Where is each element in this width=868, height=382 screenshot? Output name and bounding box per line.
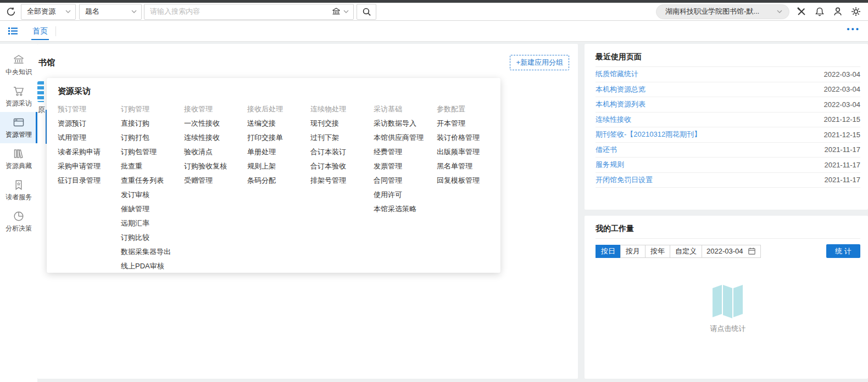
popup-menu-item[interactable]: 发票管理: [374, 159, 437, 173]
popup-menu-item[interactable]: 装订价格管理: [437, 131, 500, 145]
popup-menu-item[interactable]: 打印交接单: [247, 131, 310, 145]
popup-menu-item[interactable]: 直接订购: [121, 116, 184, 131]
resource-scope-select[interactable]: 全部资源: [21, 4, 76, 20]
statistics-button[interactable]: 统 计: [826, 244, 860, 258]
popup-menu-item[interactable]: 采购申请管理: [58, 159, 121, 173]
refresh-icon[interactable]: [4, 5, 18, 18]
popup-menu-item[interactable]: 线上PDA审核: [121, 259, 184, 273]
recent-page-link[interactable]: 本机构资源总览: [596, 85, 824, 94]
search-input[interactable]: 请输入搜索内容: [144, 4, 354, 20]
recent-page-link[interactable]: 开闭馆免罚日设置: [596, 175, 824, 185]
recent-page-link[interactable]: 连续性接收: [596, 115, 824, 125]
popup-menu-item[interactable]: 黑名单管理: [437, 159, 500, 173]
popup-menu-item[interactable]: 数据采集器导出: [121, 245, 184, 259]
recent-page-link[interactable]: 本机构资源列表: [596, 99, 824, 109]
sidebar-item-4[interactable]: 资源典藏: [0, 143, 37, 175]
popup-menu-item[interactable]: 送编交接: [247, 116, 310, 131]
search-button[interactable]: [357, 4, 376, 20]
popup-menu-item[interactable]: 合同管理: [374, 173, 437, 188]
tools-icon[interactable]: [795, 5, 808, 18]
popup-menu-item[interactable]: 征订目录管理: [58, 173, 121, 188]
popup-menu-item[interactable]: 条码分配: [247, 173, 310, 188]
popup-menu-item[interactable]: 资源预订: [58, 116, 121, 131]
recent-page-link[interactable]: 借还书: [596, 145, 824, 155]
popup-menu-item[interactable]: 读者采购申请: [58, 145, 121, 159]
range-tab[interactable]: 按月: [620, 245, 646, 258]
popup-menu-item[interactable]: 合订本装订: [310, 145, 374, 159]
popup-menu-item[interactable]: 排架号管理: [310, 173, 374, 188]
popup-menu-item[interactable]: 催缺管理: [121, 202, 184, 216]
range-tab[interactable]: 按日: [596, 245, 621, 258]
recent-page-date: 2022-03-04: [824, 85, 861, 93]
library-scope-icon[interactable]: [331, 6, 342, 17]
workload-placeholder[interactable]: 请点击统计: [596, 283, 860, 334]
sidebar-item-2[interactable]: 资源采访: [0, 81, 37, 112]
popup-menu-item[interactable]: 远期汇率: [121, 216, 184, 231]
popup-menu-item[interactable]: 订购包管理: [121, 145, 184, 159]
range-tab[interactable]: 按年: [645, 245, 670, 258]
sidebar-item-label: 读者服务: [5, 193, 32, 202]
popup-menu-item[interactable]: 受赠管理: [184, 173, 247, 188]
popup-menu-item[interactable]: 回复模板管理: [437, 173, 500, 188]
popup-menu-item[interactable]: 开本管理: [437, 116, 500, 131]
recent-page-link[interactable]: 服务规则: [596, 160, 824, 170]
popup-column-1: 预订管理资源预订试用管理读者采购申请采购申请管理征订目录管理: [58, 102, 121, 273]
popup-menu-item[interactable]: 试用管理: [58, 131, 121, 145]
popup-menu-item[interactable]: 采访数据导入: [374, 116, 437, 131]
gear-icon[interactable]: [849, 5, 863, 18]
menu-list-icon[interactable]: [8, 26, 18, 36]
recent-page-row[interactable]: 连续性接收2021-12-15: [596, 113, 860, 128]
popup-title: 资源采访: [47, 78, 500, 102]
recent-page-row[interactable]: 借还书2021-11-17: [596, 143, 860, 158]
bell-icon[interactable]: [813, 5, 826, 18]
recent-page-link[interactable]: 纸质馆藏统计: [596, 69, 824, 79]
search-field-select[interactable]: 题名: [79, 4, 142, 20]
popup-menu-item[interactable]: 查重任务列表: [121, 173, 184, 188]
recent-page-row[interactable]: 期刊签收-【20210312雨花期刊】2021-12-15: [596, 127, 860, 143]
popup-menu-item[interactable]: 验收清点: [184, 145, 247, 159]
recent-page-row[interactable]: 纸质馆藏统计2022-03-04: [596, 67, 860, 82]
popup-menu-item[interactable]: 订购验收复核: [184, 159, 247, 173]
tab-home[interactable]: 首页: [30, 21, 50, 42]
more-tabs-button[interactable]: •••: [847, 26, 860, 36]
sidebar-item-3[interactable]: 资源管理: [0, 112, 37, 143]
chevron-down-icon: [777, 10, 782, 13]
popup-menu-item[interactable]: 规则上架: [247, 159, 310, 173]
new-group-button[interactable]: +新建应用分组: [510, 55, 569, 70]
sidebar-item-5[interactable]: 读者服务: [0, 175, 37, 206]
popup-menu-item[interactable]: 本馆供应商管理: [374, 131, 437, 145]
user-icon[interactable]: [831, 5, 844, 18]
workload-panel: 我的工作量 按日按月按年自定义 2022-03-04 统 计: [585, 216, 868, 379]
recent-page-row[interactable]: 本机构资源总览2022-03-04: [596, 82, 860, 98]
sidebar-item-6[interactable]: 分析决策: [0, 206, 37, 237]
popup-menu-item[interactable]: 单册处理: [247, 145, 310, 159]
recent-page-link[interactable]: 期刊签收-【20210312雨花期刊】: [596, 130, 824, 139]
range-tab[interactable]: 自定义: [670, 245, 702, 258]
popup-menu-item[interactable]: 经费管理: [374, 145, 437, 159]
popup-menu-item[interactable]: 连续性接收: [184, 131, 247, 145]
bank-icon: [13, 53, 25, 66]
popup-menu-item[interactable]: 一次性接收: [184, 116, 247, 131]
calendar-icon: [748, 247, 756, 255]
date-input[interactable]: 2022-03-04: [702, 245, 761, 258]
recent-page-row[interactable]: 本机构资源列表2022-03-04: [596, 97, 860, 113]
recent-page-date: 2022-03-04: [824, 70, 861, 78]
popup-menu-item[interactable]: 现刊交接: [310, 116, 374, 131]
sidebar-item-label: 资源典藏: [5, 161, 32, 171]
popup-menu-item[interactable]: 本馆采选策略: [374, 202, 437, 216]
popup-menu-item[interactable]: 出版频率管理: [437, 145, 500, 159]
popup-menu-item[interactable]: 合订本验收: [310, 159, 374, 173]
popup-menu-item[interactable]: 过刊下架: [310, 131, 374, 145]
sidebar-item-1[interactable]: 中央知识: [0, 49, 37, 81]
recent-pages-panel: 最近使用页面 纸质馆藏统计2022-03-04本机构资源总览2022-03-04…: [585, 44, 868, 210]
recent-page-row[interactable]: 服务规则2021-11-17: [596, 158, 860, 173]
popup-menu-item[interactable]: 订购比较: [121, 231, 184, 245]
popup-menu-item[interactable]: 订购打包: [121, 131, 184, 145]
organization-select[interactable]: 湖南科技职业学院图书馆-默...: [656, 4, 789, 19]
popup-menu-item[interactable]: 使用许可: [374, 188, 437, 202]
top-toolbar: 全部资源 题名 请输入搜索内容: [0, 3, 868, 21]
popup-menu-item[interactable]: 批查重: [121, 159, 184, 173]
recent-page-row[interactable]: 开闭馆免罚日设置2021-11-17: [596, 173, 860, 188]
popup-menu-item[interactable]: 发订审核: [121, 188, 184, 202]
placeholder-text: 请点击统计: [710, 324, 746, 334]
